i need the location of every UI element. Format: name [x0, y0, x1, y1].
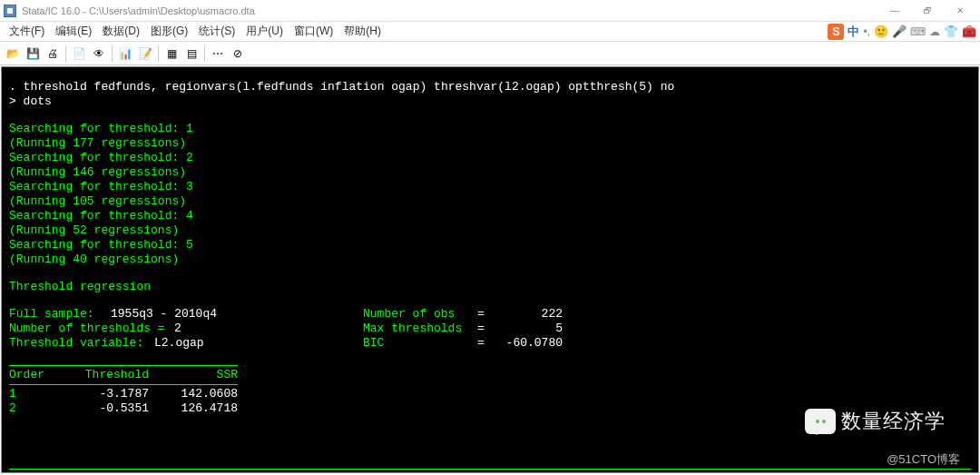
menubar: 文件(F) 编辑(E) 数据(D) 图形(G) 统计(S) 用户(U) 窗口(W…: [0, 22, 980, 42]
tvar-value: L2.ogap: [154, 336, 363, 351]
maxthr-value: 5: [490, 322, 563, 336]
summary-row-2: Number of thresholds = 2 Max thresholds …: [9, 322, 971, 336]
log-icon[interactable]: 📄: [70, 45, 88, 63]
data-browser-icon[interactable]: ▤: [182, 45, 201, 63]
table-rule-mid: [9, 384, 238, 385]
nthr-label: Number of thresholds =: [9, 322, 174, 336]
wechat-watermark: 数量经济学: [805, 409, 946, 434]
save-icon[interactable]: 💾: [24, 45, 42, 63]
minimize-button[interactable]: [878, 1, 911, 21]
summary-row-1: Full sample: 1955q3 - 2010q4 Number of o…: [9, 307, 971, 322]
maxthr-label: Max thresholds: [363, 322, 477, 336]
menu-graph[interactable]: 图形(G): [145, 24, 193, 39]
command-line-1: . threshold fedfunds, regionvars(l.fedfu…: [9, 80, 971, 94]
sogou-icon[interactable]: S: [828, 24, 844, 40]
cell-threshold: -3.1787: [60, 387, 149, 401]
full-sample-label: Full sample:: [9, 307, 111, 322]
bic-value: -60.0780: [490, 336, 563, 351]
toolbar: 📂 💾 🖨 📄 👁 📊 📝 ▦ ▤ ⋯ ⊘: [0, 42, 980, 65]
run-4: (Running 52 regressions): [9, 223, 971, 238]
open-icon[interactable]: 📂: [4, 45, 22, 63]
table-row: 1 -3.1787 142.0608: [9, 387, 971, 401]
skin-icon[interactable]: 👕: [944, 25, 958, 38]
nthr-value: 2: [174, 322, 363, 336]
viewer-icon[interactable]: 👁: [90, 45, 108, 63]
wechat-text: 数量经济学: [841, 414, 946, 429]
search-2: Searching for threshold: 2: [9, 151, 971, 165]
run-2: (Running 146 regressions): [9, 165, 971, 180]
data-editor-icon[interactable]: ▦: [162, 45, 181, 63]
summary-row-3: Threshold variable: L2.ogap BIC = -60.07…: [9, 336, 971, 351]
col-ssr: SSR: [149, 368, 238, 382]
menu-data[interactable]: 数据(D): [97, 24, 145, 39]
search-3: Searching for threshold: 3: [9, 180, 971, 194]
bic-label: BIC: [363, 336, 477, 351]
col-threshold: Threshold: [60, 368, 149, 382]
more-icon[interactable]: ⋯: [209, 45, 227, 63]
table-header-row: Order Threshold SSR: [9, 368, 971, 382]
menu-file[interactable]: 文件(F): [4, 24, 50, 39]
menu-window[interactable]: 窗口(W): [289, 24, 338, 39]
break-icon[interactable]: ⊘: [229, 45, 247, 63]
print-icon[interactable]: 🖨: [44, 45, 62, 63]
results-window[interactable]: . threshold fedfunds, regionvars(l.fedfu…: [1, 66, 979, 473]
nobs-value: 222: [490, 307, 563, 322]
run-3: (Running 105 regressions): [9, 194, 971, 209]
titlebar: Stata/IC 16.0 - C:\Users\admin\Desktop\u…: [0, 0, 980, 22]
cell-order: 2: [9, 401, 60, 416]
menu-stats[interactable]: 统计(S): [193, 24, 240, 39]
graph-icon[interactable]: 📊: [116, 45, 134, 63]
cell-ssr: 142.0608: [149, 387, 238, 401]
run-1: (Running 177 regressions): [9, 136, 971, 151]
cell-order: 1: [9, 387, 60, 401]
ime-punct: •,: [863, 25, 870, 38]
cell-threshold: -0.5351: [60, 401, 149, 416]
search-1: Searching for threshold: 1: [9, 122, 971, 136]
table-rule-bottom: [9, 469, 971, 470]
search-4: Searching for threshold: 4: [9, 209, 971, 223]
menu-user[interactable]: 用户(U): [240, 24, 289, 39]
blog-watermark: @51CTO博客: [887, 452, 960, 467]
ime-cn-label[interactable]: 中: [848, 24, 859, 40]
close-button[interactable]: [944, 1, 976, 21]
nobs-eq: =: [477, 307, 490, 322]
tvar-label: Threshold variable:: [9, 336, 154, 351]
menu-help[interactable]: 帮助(H): [338, 24, 387, 39]
mic-icon[interactable]: 🎤: [892, 25, 906, 38]
command-line-2: > dots: [9, 94, 971, 109]
search-5: Searching for threshold: 5: [9, 238, 971, 252]
smile-icon[interactable]: 🙂: [874, 25, 888, 38]
table-rule-top: [9, 365, 238, 366]
cloud-icon[interactable]: ☁: [929, 25, 940, 38]
do-editor-icon[interactable]: 📝: [136, 45, 154, 63]
ime-block: S 中 •, 🙂 🎤 ⌨ ☁ 👕 🧰: [828, 24, 976, 40]
restore-button[interactable]: [911, 1, 944, 21]
cell-ssr: 126.4718: [149, 401, 238, 416]
run-5: (Running 40 regressions): [9, 252, 971, 267]
wechat-icon: [805, 409, 836, 434]
toolbox-icon[interactable]: 🧰: [962, 25, 976, 38]
app-icon: [4, 5, 16, 17]
regress-header: Threshold regression: [9, 280, 971, 294]
window-title: Stata/IC 16.0 - C:\Users\admin\Desktop\u…: [22, 5, 878, 16]
col-order: Order: [9, 368, 60, 382]
maxthr-eq: =: [477, 322, 490, 336]
full-sample-value: 1955q3 - 2010q4: [111, 307, 363, 322]
keyboard-icon[interactable]: ⌨: [910, 25, 926, 38]
bic-eq: =: [477, 336, 490, 351]
menu-edit[interactable]: 编辑(E): [50, 24, 97, 39]
nobs-label: Number of obs: [363, 307, 477, 322]
